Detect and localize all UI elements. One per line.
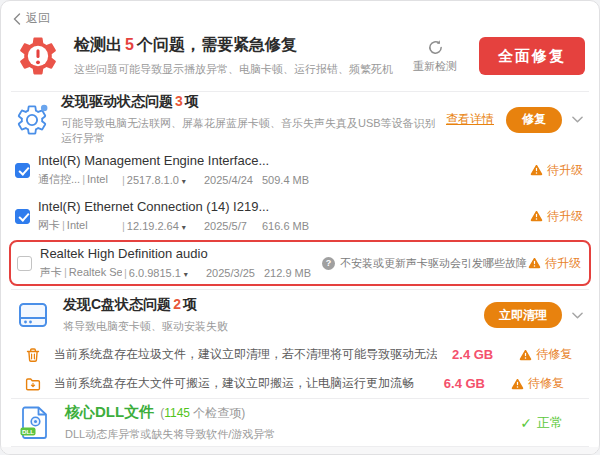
chevron-down-icon <box>572 312 583 319</box>
driver-gear-icon <box>15 103 49 137</box>
disk-title-suffix: 项 <box>183 296 197 312</box>
driver-name: Intel(R) Ethernet Connection (14) I219..… <box>38 199 320 214</box>
driver-size: 616.6 MB <box>262 220 318 232</box>
separator: | <box>62 219 65 231</box>
hard-drive-icon <box>15 297 51 333</box>
back-button[interactable]: 返回 <box>13 10 50 27</box>
version-dropdown-icon[interactable]: ▾ <box>182 177 186 186</box>
alert-gear-icon <box>15 33 61 79</box>
disk-issue-text: 当前系统盘存在大文件可搬运，建议立即搬运，让电脑运行更加流畅 <box>54 375 414 392</box>
alert-title: 检测出5个问题，需要紧急修复 <box>74 35 393 56</box>
junk-size-value: 2.4 GB <box>437 347 494 362</box>
driver-section-text: 发现驱动状态问题3项 可能导致电脑无法联网、屏幕花屏蓝屏卡顿、音乐失声失真及US… <box>61 93 446 146</box>
driver-info: Intel(R) Management Engine Interface... … <box>38 153 320 187</box>
disk-large-files-row: 当前系统盘存在大文件可搬运，建议立即搬运，让电脑运行更加流畅 6.4 GB 待修… <box>1 369 599 398</box>
driver-size: 212.9 MB <box>264 267 320 279</box>
separator: | <box>82 173 85 185</box>
driver-vendor: Intel <box>67 219 88 231</box>
driver-help-hint: ? 不安装或更新声卡驱动会引发哪些故障 <box>322 256 527 271</box>
driver-scan-results-window: 返回 检测出5个问题，需要紧急修复 这些问题可能导致显示播放异常、电脑卡顿、运行… <box>0 0 600 455</box>
alert-title-suffix: 个问题，需要紧急修复 <box>137 36 297 53</box>
status-label: 待升级 <box>547 162 583 179</box>
dll-check-count: (1145 个检查项) <box>160 405 245 422</box>
alert-text: 检测出5个问题，需要紧急修复 这些问题可能导致显示播放异常、电脑卡顿、运行报错、… <box>74 35 393 77</box>
separator: | <box>122 174 125 186</box>
driver-category: 声卡 <box>40 266 62 278</box>
dll-section-subtitle: DLL动态库异常或缺失将导致软件/游戏异常 <box>65 427 275 442</box>
warning-triangle-icon <box>519 349 532 361</box>
disk-collapse-chevron[interactable] <box>572 312 583 319</box>
driver-row-realtek-audio-highlighted: Realtek High Definition audio 声卡|Realtek… <box>9 240 591 286</box>
bottom-strip <box>1 447 599 454</box>
problem-count: 5 <box>125 36 134 53</box>
version-dropdown-icon[interactable]: ▾ <box>182 223 186 232</box>
disk-section-title: 发现C盘状态问题2项 <box>63 296 228 314</box>
driver-info: Realtek High Definition audio 声卡|Realtek… <box>40 246 322 280</box>
driver-name: Intel(R) Management Engine Interface... <box>38 153 320 168</box>
disk-problem-count: 2 <box>173 296 181 312</box>
recheck-button[interactable]: 重新检测 <box>413 39 457 74</box>
disk-section-text: 发现C盘状态问题2项 将导致电脑变卡顿、驱动安装失败 <box>63 296 228 334</box>
driver-date: 2025/3/25 <box>206 267 264 279</box>
alert-header: 检测出5个问题，需要紧急修复 这些问题可能导致显示播放异常、电脑卡顿、运行报错、… <box>1 27 599 91</box>
driver-section-header: 发现驱动状态问题3项 可能导致电脑无法联网、屏幕花屏蓝屏卡顿、音乐失声失真及US… <box>1 92 599 147</box>
driver-date: 2025/5/7 <box>204 220 262 232</box>
back-row: 返回 <box>1 1 599 27</box>
status-badge: 待修复 <box>511 375 583 392</box>
driver-section-subtitle: 可能导致电脑无法联网、屏幕花屏蓝屏卡顿、音乐失声失真及USB等设备识别运行异常 <box>61 116 446 146</box>
help-icon[interactable]: ? <box>322 257 335 270</box>
back-label: 返回 <box>26 10 50 27</box>
status-label: 待修复 <box>528 375 564 392</box>
status-badge: 待修复 <box>519 346 583 363</box>
status-badge: 待升级 <box>530 208 599 225</box>
fix-drivers-button[interactable]: 修复 <box>506 107 562 133</box>
back-chevron-icon <box>13 13 21 25</box>
disk-title-prefix: 发现C盘状态问题 <box>63 296 171 312</box>
dll-status-label: 正常 <box>537 414 563 432</box>
warning-triangle-icon <box>530 210 543 222</box>
driver-name: Realtek High Definition audio <box>40 246 322 261</box>
driver-meta: 声卡|Realtek Se... |6.0.9815.1▾ 2025/3/25 … <box>40 265 322 280</box>
driver-problem-count: 3 <box>175 93 183 109</box>
driver-checkbox-2[interactable] <box>15 209 30 224</box>
view-details-link[interactable]: 查看详情 <box>446 111 494 128</box>
driver-meta: 通信控...|Intel |2517.8.1.0▾ 2025/4/24 509.… <box>38 172 320 187</box>
driver-collapse-chevron[interactable] <box>572 116 583 123</box>
driver-vendor: Realtek Se... <box>69 266 122 278</box>
driver-section-title: 发现驱动状态问题3项 <box>61 93 446 111</box>
status-label: 待修复 <box>536 346 572 363</box>
alert-title-prefix: 检测出 <box>74 36 122 53</box>
status-label: 待升级 <box>545 255 581 272</box>
dll-title-line: 核心DLL文件 (1145 个检查项) <box>65 403 275 422</box>
separator: | <box>122 220 125 232</box>
driver-checkbox-1[interactable] <box>15 163 30 178</box>
separator: | <box>124 267 127 279</box>
fix-all-button[interactable]: 全面修复 <box>479 37 585 75</box>
separator: | <box>64 266 67 278</box>
disk-section-subtitle: 将导致电脑变卡顿、驱动安装失败 <box>63 319 228 334</box>
warning-triangle-icon <box>528 257 541 269</box>
dll-section-title: 核心DLL文件 <box>65 403 154 422</box>
check-icon: ✓ <box>520 415 532 431</box>
driver-row-intel-me: Intel(R) Management Engine Interface... … <box>1 147 599 193</box>
driver-title-prefix: 发现驱动状态问题 <box>61 93 173 109</box>
driver-checkbox-3[interactable] <box>17 256 32 271</box>
version-dropdown-icon[interactable]: ▾ <box>184 270 188 279</box>
clean-now-button[interactable]: 立即清理 <box>484 302 562 328</box>
chevron-down-icon <box>572 116 583 123</box>
warning-triangle-icon <box>511 378 524 390</box>
driver-version[interactable]: 2517.8.1.0 <box>127 174 179 186</box>
driver-vendor: Intel <box>87 173 108 185</box>
svg-text:DLL: DLL <box>22 427 34 434</box>
driver-version[interactable]: 12.19.2.64 <box>127 220 179 232</box>
trash-icon <box>25 347 41 363</box>
status-label: 待升级 <box>547 208 583 225</box>
driver-info: Intel(R) Ethernet Connection (14) I219..… <box>38 199 320 233</box>
large-files-size-value: 6.4 GB <box>421 376 485 391</box>
folder-move-icon <box>25 376 41 392</box>
dll-section-text: 核心DLL文件 (1145 个检查项) DLL动态库异常或缺失将导致软件/游戏异… <box>65 403 275 442</box>
driver-row-intel-ethernet: Intel(R) Ethernet Connection (14) I219..… <box>1 193 599 239</box>
disk-section-header: 发现C盘状态问题2项 将导致电脑变卡顿、驱动安装失败 立即清理 <box>1 290 599 340</box>
alert-subtitle: 这些问题可能导致显示播放异常、电脑卡顿、运行报错、频繁死机 <box>74 62 393 77</box>
driver-version[interactable]: 6.0.9815.1 <box>129 267 181 279</box>
